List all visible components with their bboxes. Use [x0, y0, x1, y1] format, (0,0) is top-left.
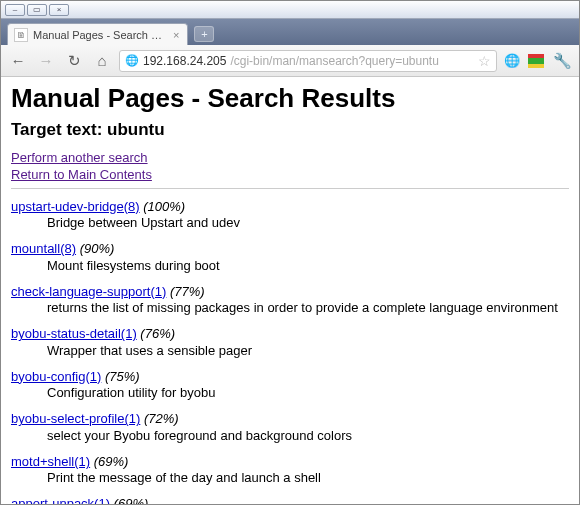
search-result: motd+shell(1) (69%)Print the message of … [11, 454, 569, 487]
search-results-list: upstart-udev-bridge(8) (100%)Bridge betw… [11, 199, 569, 505]
page-title: Manual Pages - Search Results [11, 83, 569, 114]
result-link[interactable]: byobu-config(1) [11, 369, 101, 384]
result-description: Mount filesystems during boot [11, 258, 569, 274]
return-main-contents-link[interactable]: Return to Main Contents [11, 167, 152, 182]
extension-flag-icon[interactable] [527, 52, 545, 70]
search-result: check-language-support(1) (77%)returns t… [11, 284, 569, 317]
result-link[interactable]: byobu-status-detail(1) [11, 326, 137, 341]
home-button[interactable]: ⌂ [91, 50, 113, 72]
svg-rect-2 [528, 64, 544, 68]
site-icon: 🌐 [125, 54, 139, 68]
result-score: (100%) [140, 199, 186, 214]
window-close-button[interactable]: × [49, 4, 69, 16]
nav-links: Perform another search Return to Main Co… [11, 150, 569, 184]
forward-button[interactable]: → [35, 50, 57, 72]
result-score: (77%) [166, 284, 204, 299]
result-score: (76%) [137, 326, 175, 341]
result-description: Configuration utility for byobu [11, 385, 569, 401]
window-minimize-button[interactable]: – [5, 4, 25, 16]
result-score: (72%) [140, 411, 178, 426]
divider [11, 188, 569, 189]
target-label: Target text: [11, 120, 107, 139]
svg-rect-0 [528, 54, 544, 58]
result-link[interactable]: motd+shell(1) [11, 454, 90, 469]
search-result: apport-unpack(1) (69%) [11, 496, 569, 505]
result-description: select your Byobu foreground and backgro… [11, 428, 569, 444]
result-link[interactable]: apport-unpack(1) [11, 496, 110, 505]
window-maximize-button[interactable]: ▭ [27, 4, 47, 16]
address-bar[interactable]: 🌐 192.168.24.205/cgi-bin/man/mansearch?q… [119, 50, 497, 72]
result-description: returns the list of missing packages in … [11, 300, 569, 316]
page-content: Manual Pages - Search Results Target tex… [1, 77, 579, 505]
result-score: (69%) [90, 454, 128, 469]
url-path: /cgi-bin/man/mansearch?query=ubuntu [230, 54, 438, 68]
result-description: Print the message of the day and launch … [11, 470, 569, 486]
perform-another-search-link[interactable]: Perform another search [11, 150, 148, 165]
result-link[interactable]: mountall(8) [11, 241, 76, 256]
window-titlebar: – ▭ × [1, 1, 579, 19]
browser-toolbar: ← → ↻ ⌂ 🌐 192.168.24.205/cgi-bin/man/man… [1, 45, 579, 77]
bookmark-star-icon[interactable]: ☆ [478, 53, 491, 69]
search-result: mountall(8) (90%)Mount filesystems durin… [11, 241, 569, 274]
result-score: (75%) [101, 369, 139, 384]
search-target-heading: Target text: ubuntu [11, 120, 569, 140]
result-score: (69%) [110, 496, 148, 505]
target-query: ubuntu [107, 120, 165, 139]
new-tab-button[interactable]: + [194, 26, 214, 42]
wrench-menu-button[interactable]: 🔧 [551, 50, 573, 72]
search-result: byobu-select-profile(1) (72%)select your… [11, 411, 569, 444]
result-link[interactable]: byobu-select-profile(1) [11, 411, 140, 426]
url-host: 192.168.24.205 [143, 54, 226, 68]
page-favicon: 🗎 [14, 28, 28, 42]
tab-strip: 🗎 Manual Pages - Search … × + [1, 19, 579, 45]
result-description: Wrapper that uses a sensible pager [11, 343, 569, 359]
search-result: upstart-udev-bridge(8) (100%)Bridge betw… [11, 199, 569, 232]
reload-button[interactable]: ↻ [63, 50, 85, 72]
svg-rect-1 [528, 58, 544, 64]
tab-title: Manual Pages - Search … [33, 29, 162, 41]
result-link[interactable]: check-language-support(1) [11, 284, 166, 299]
result-score: (90%) [76, 241, 114, 256]
search-result: byobu-config(1) (75%)Configuration utili… [11, 369, 569, 402]
tab-close-icon[interactable]: × [173, 29, 179, 41]
result-link[interactable]: upstart-udev-bridge(8) [11, 199, 140, 214]
result-description: Bridge between Upstart and udev [11, 215, 569, 231]
extension-globe-icon[interactable]: 🌐 [503, 52, 521, 70]
browser-tab[interactable]: 🗎 Manual Pages - Search … × [7, 23, 188, 45]
search-result: byobu-status-detail(1) (76%)Wrapper that… [11, 326, 569, 359]
back-button[interactable]: ← [7, 50, 29, 72]
